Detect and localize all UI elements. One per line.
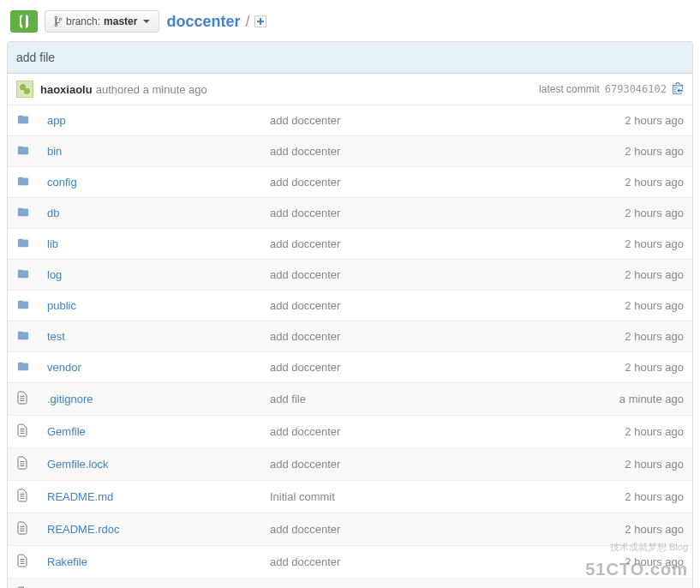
branch-selector[interactable]: branch: master	[45, 10, 159, 33]
commit-age: a minute ago	[572, 383, 692, 416]
folder-icon-cell	[8, 321, 39, 352]
file-link[interactable]: lib	[47, 237, 58, 250]
table-row: dbadd doccenter2 hours ago	[8, 198, 692, 229]
chevron-down-icon	[143, 20, 150, 23]
commit-age: 2 hours ago	[572, 481, 692, 513]
avatar[interactable]	[16, 81, 33, 98]
file-icon	[16, 492, 28, 505]
latest-commit-meta: haoxiaolu authored a minute ago latest c…	[8, 74, 692, 105]
commit-message[interactable]: add doccenter	[261, 136, 572, 167]
table-row: .gitignoreadd filea minute ago	[8, 383, 692, 416]
table-row: Rakefileadd doccenter2 hours ago	[8, 546, 692, 579]
table-row: binadd doccenter2 hours ago	[8, 136, 692, 167]
latest-commit-label: latest commit	[539, 83, 600, 95]
commit-message[interactable]: add doccenter	[261, 352, 572, 383]
file-link[interactable]: config	[47, 176, 77, 189]
file-icon-cell	[8, 383, 39, 416]
commit-message[interactable]: add doccenter	[261, 105, 572, 136]
new-file-button[interactable]	[254, 15, 266, 27]
table-row: Gemfileadd doccenter2 hours ago	[8, 416, 692, 448]
commit-message[interactable]: add doccenter	[261, 291, 572, 321]
table-row: vendoradd doccenter2 hours ago	[8, 352, 692, 383]
commit-message[interactable]: Initial commit	[261, 481, 572, 513]
file-link[interactable]: test	[47, 330, 65, 343]
commit-message[interactable]: add doccenter	[261, 513, 572, 546]
file-link[interactable]: README.md	[47, 490, 113, 503]
file-link[interactable]: log	[47, 268, 62, 281]
file-icon	[16, 394, 28, 407]
commit-message[interactable]: add doccenter	[261, 198, 572, 229]
commit-message[interactable]: add doccenter	[261, 167, 572, 198]
commit-age: 2 hours ago	[572, 291, 692, 321]
commit-authored-verb: authored	[96, 83, 140, 96]
file-link[interactable]: Rakefile	[47, 555, 87, 568]
folder-icon-cell	[8, 105, 39, 136]
folder-icon	[16, 300, 30, 313]
git-branch-icon	[54, 15, 63, 27]
repo-header: branch: master doccenter /	[7, 7, 693, 41]
folder-icon	[16, 269, 30, 282]
table-row: README.mdInitial commit2 hours ago	[8, 481, 692, 513]
compare-button[interactable]	[10, 10, 38, 33]
file-link[interactable]: app	[47, 114, 66, 127]
commit-age: 2 hours ago	[572, 198, 692, 229]
commit-age: 2 hours ago	[572, 229, 692, 260]
commit-age: 2 hours ago	[572, 352, 692, 383]
file-icon-cell	[8, 579, 39, 589]
file-link[interactable]: Gemfile.lock	[47, 458, 109, 471]
commit-message[interactable]: add doccenter	[261, 579, 572, 589]
folder-icon-cell	[8, 260, 39, 291]
commit-message[interactable]: add doccenter	[261, 321, 572, 352]
commit-age: 2 hours ago	[572, 448, 692, 481]
commit-author[interactable]: haoxiaolu	[40, 83, 93, 96]
table-row: README.rdocadd doccenter2 hours ago	[8, 513, 692, 546]
commit-age: 2 hours ago	[572, 416, 692, 448]
table-row: Gemfile.lockadd doccenter2 hours ago	[8, 448, 692, 481]
branch-label: branch:	[66, 15, 100, 27]
git-compare-icon	[18, 15, 30, 28]
table-row: config.ruadd doccenter2 hours ago	[8, 579, 692, 589]
table-row: appadd doccenter2 hours ago	[8, 105, 692, 136]
folder-icon	[16, 177, 30, 189]
file-icon-cell	[8, 448, 39, 481]
path-separator: /	[245, 13, 249, 31]
file-link[interactable]: db	[47, 207, 59, 219]
repo-root-link[interactable]: doccenter	[166, 13, 240, 31]
folder-icon	[16, 331, 30, 344]
file-icon	[16, 557, 28, 570]
commit-message[interactable]: add doccenter	[261, 260, 572, 291]
commit-message[interactable]: add doccenter	[261, 546, 572, 579]
folder-icon-cell	[8, 198, 39, 229]
folder-icon-cell	[8, 229, 39, 260]
commit-age: 2 hours ago	[572, 513, 692, 546]
commit-sha[interactable]: 6793046102	[605, 83, 667, 95]
commit-age: 2 hours ago	[572, 167, 692, 198]
commit-authored-time: a minute ago	[143, 83, 207, 96]
commit-message[interactable]: add doccenter	[261, 229, 572, 260]
folder-icon-cell	[8, 291, 39, 321]
commit-age: 2 hours ago	[572, 260, 692, 291]
file-icon-cell	[8, 416, 39, 448]
table-row: publicadd doccenter2 hours ago	[8, 291, 692, 321]
file-link[interactable]: public	[47, 299, 76, 312]
table-row: libadd doccenter2 hours ago	[8, 229, 692, 260]
file-browser: add file haoxiaolu authored a minute ago…	[7, 41, 693, 588]
folder-icon-cell	[8, 352, 39, 383]
breadcrumb: doccenter /	[166, 13, 266, 31]
commit-message[interactable]: add doccenter	[261, 448, 572, 481]
commit-message[interactable]: add file	[261, 383, 572, 416]
file-link[interactable]: README.rdoc	[47, 523, 120, 536]
copy-sha-button[interactable]	[672, 82, 684, 97]
file-link[interactable]: Gemfile	[47, 425, 86, 438]
file-icon-cell	[8, 481, 39, 513]
folder-icon	[16, 238, 30, 251]
clipboard-icon	[672, 82, 684, 94]
file-link[interactable]: .gitignore	[47, 393, 93, 405]
file-link[interactable]: vendor	[47, 361, 81, 374]
table-row: configadd doccenter2 hours ago	[8, 167, 692, 198]
file-table: appadd doccenter2 hours agobinadd doccen…	[8, 105, 692, 588]
commit-message[interactable]: add doccenter	[261, 416, 572, 448]
file-icon	[16, 427, 28, 440]
file-link[interactable]: bin	[47, 145, 62, 158]
latest-commit-subject: add file	[8, 42, 692, 74]
